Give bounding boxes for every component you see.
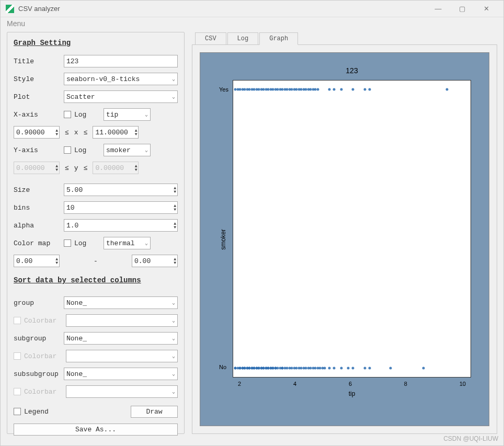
- xtick-row: 246810: [233, 381, 471, 387]
- data-point: [390, 367, 392, 369]
- group-colorbar-select: ⌄: [66, 314, 178, 327]
- alpha-label: alpha: [14, 222, 61, 230]
- data-point: [316, 88, 319, 91]
- chevron-down-icon: ⌄: [145, 147, 148, 153]
- data-point: [352, 88, 354, 91]
- tab-csv[interactable]: CSV: [195, 32, 226, 45]
- chevron-down-icon: ⌄: [172, 353, 175, 359]
- menu-item-menu[interactable]: Menu: [7, 19, 25, 28]
- chevron-down-icon: ⌄: [172, 300, 175, 306]
- plot-label: Plot: [14, 93, 61, 101]
- section-sort: Sort data by selected columns: [14, 276, 178, 284]
- minimize-button[interactable]: —: [426, 2, 450, 16]
- group-colorbar-label: Colorbar: [24, 317, 63, 325]
- yaxis-log-checkbox[interactable]: [64, 146, 71, 154]
- plot-inner: [233, 80, 471, 378]
- legend-checkbox[interactable]: [14, 408, 21, 415]
- plot-select[interactable]: Scatter⌄: [64, 90, 178, 103]
- legend-label: Legend: [24, 408, 128, 416]
- ycol-select[interactable]: smoker⌄: [104, 144, 151, 156]
- xaxis-log-label: Log: [74, 111, 100, 119]
- cmap-select[interactable]: thermal⌄: [104, 237, 151, 249]
- group-select[interactable]: None_⌄: [64, 296, 178, 309]
- chevron-down-icon: ⌄: [172, 371, 175, 377]
- size-label: Size: [14, 186, 61, 194]
- subgroup-colorbar-select: ⌄: [66, 350, 178, 362]
- maximize-button[interactable]: ▢: [450, 2, 474, 16]
- ytick-no: No: [219, 364, 226, 370]
- data-point: [333, 367, 336, 369]
- subgroup-select[interactable]: None_⌄: [64, 332, 178, 345]
- chart-title: 123: [233, 66, 471, 75]
- subgroup-label: subgroup: [14, 335, 61, 342]
- xcol-select[interactable]: tip⌄: [104, 108, 151, 121]
- data-point: [333, 88, 336, 91]
- subgroup-colorbar-checkbox: [14, 352, 21, 360]
- draw-button[interactable]: Draw: [131, 406, 178, 418]
- group-colorbar-checkbox: [14, 317, 21, 324]
- cmap-log-checkbox[interactable]: [64, 239, 71, 247]
- tab-graph[interactable]: Graph: [259, 32, 298, 45]
- data-point: [340, 88, 342, 91]
- yaxis-label: Y-axis: [14, 146, 61, 154]
- xaxis-label: X-axis: [14, 111, 61, 119]
- chevron-down-icon: ⌄: [172, 388, 175, 395]
- chevron-down-icon: ⌄: [172, 76, 175, 82]
- cmin-spin[interactable]: 0.00▲▼: [14, 255, 60, 267]
- data-point: [422, 367, 425, 369]
- window-buttons: — ▢ ✕: [426, 2, 498, 16]
- chevron-down-icon: ⌄: [145, 240, 148, 246]
- menubar: Menu: [1, 17, 503, 32]
- data-point: [368, 88, 371, 91]
- data-point: [363, 367, 366, 369]
- subsubgroup-colorbar-select: ⌄: [66, 385, 178, 398]
- watermark: CSDN @UQI-LIUW: [443, 435, 498, 442]
- size-spin[interactable]: 5.00▲▼: [64, 184, 178, 196]
- group-label: group: [14, 299, 61, 307]
- chevron-down-icon: ⌄: [172, 94, 175, 100]
- right-panel: CSV Log Graph 123 smoker tip Yes No 2468…: [192, 32, 497, 434]
- saveas-button[interactable]: Save As...: [14, 424, 178, 436]
- app-icon: [6, 5, 14, 13]
- title-input[interactable]: [64, 55, 178, 67]
- bins-label: bins: [14, 204, 61, 212]
- bins-spin[interactable]: 10▲▼: [64, 201, 178, 214]
- data-point: [368, 367, 371, 369]
- xmax-spin[interactable]: 11.00000▲▼: [93, 126, 139, 139]
- subsubgroup-label: subsubgroup: [14, 370, 61, 378]
- ymax-spin: 0.00000▲▼: [93, 162, 139, 174]
- content: Graph Setting Title Style seaborn-v0_8-t…: [1, 32, 503, 440]
- chevron-down-icon: ⌄: [145, 111, 148, 118]
- yaxis-log-label: Log: [74, 146, 100, 154]
- data-point: [328, 367, 331, 369]
- data-point: [363, 88, 366, 91]
- chart-xlabel: tip: [233, 390, 471, 397]
- tabs: CSV Log Graph: [195, 32, 497, 44]
- titlebar: CSV analyzer — ▢ ✕: [1, 1, 503, 17]
- ytick-yes: Yes: [219, 86, 228, 93]
- cmax-spin[interactable]: 0.00▲▼: [132, 255, 178, 267]
- section-graph-setting: Graph Setting: [14, 39, 178, 47]
- style-select[interactable]: seaborn-v0_8-ticks⌄: [64, 73, 178, 85]
- data-point: [352, 367, 354, 369]
- xmin-spin[interactable]: 0.90000▲▼: [14, 126, 60, 139]
- subsubgroup-select[interactable]: None_⌄: [64, 368, 178, 380]
- chevron-down-icon: ⌄: [172, 335, 175, 341]
- data-point: [324, 367, 326, 369]
- close-button[interactable]: ✕: [474, 2, 498, 16]
- subsubgroup-colorbar-checkbox: [14, 388, 21, 395]
- data-point: [347, 367, 350, 369]
- data-point: [446, 88, 449, 91]
- graph-settings-panel: Graph Setting Title Style seaborn-v0_8-t…: [7, 32, 185, 434]
- style-label: Style: [14, 75, 61, 83]
- title-label: Title: [14, 58, 61, 65]
- xaxis-log-checkbox[interactable]: [64, 111, 71, 118]
- alpha-spin[interactable]: 1.0▲▼: [64, 219, 178, 232]
- data-point: [328, 88, 331, 91]
- graph-container: 123 smoker tip Yes No 246810: [192, 44, 497, 434]
- cmap-log-label: Log: [74, 239, 100, 247]
- chart-ylabel: smoker: [220, 229, 227, 249]
- subsubgroup-colorbar-label: Colorbar: [24, 388, 63, 396]
- tab-log[interactable]: Log: [227, 32, 259, 45]
- cmap-label: Color map: [14, 239, 61, 247]
